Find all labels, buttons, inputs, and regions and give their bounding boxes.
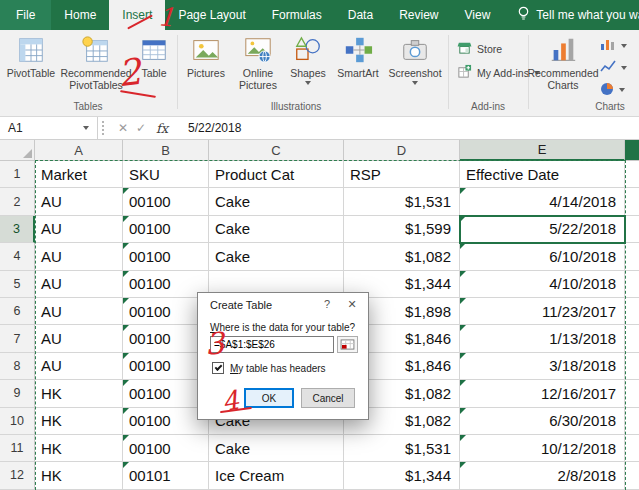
cell-e8[interactable]: 3/18/2018 bbox=[460, 353, 625, 380]
cell-c11[interactable]: Cake bbox=[209, 435, 344, 462]
headers-checkbox[interactable] bbox=[212, 362, 224, 374]
cell-e1[interactable]: Effective Date bbox=[460, 161, 625, 188]
row-header[interactable]: 6 bbox=[0, 298, 35, 325]
cell-f8[interactable] bbox=[625, 353, 639, 380]
insert-function-button[interactable]: fx bbox=[150, 121, 174, 136]
dialog-help-icon[interactable]: ? bbox=[320, 298, 334, 310]
cell-f1[interactable] bbox=[625, 161, 639, 188]
cell-b4[interactable]: 00100 bbox=[123, 243, 209, 270]
cell-a6[interactable]: AU bbox=[35, 298, 123, 325]
store-button[interactable]: Store bbox=[457, 40, 502, 57]
cell-b2[interactable]: 00100 bbox=[123, 188, 209, 215]
name-box[interactable]: A1 bbox=[0, 117, 98, 140]
row-header[interactable]: 11 bbox=[0, 435, 35, 462]
cell-a1[interactable]: Market bbox=[35, 161, 123, 188]
row-header[interactable]: 4 bbox=[0, 243, 35, 270]
row-header[interactable]: 10 bbox=[0, 408, 35, 435]
row-header[interactable]: 7 bbox=[0, 325, 35, 352]
cell-a2[interactable]: AU bbox=[35, 188, 123, 215]
cell-a12[interactable]: HK bbox=[35, 462, 123, 489]
column-header-d[interactable]: D bbox=[344, 140, 460, 161]
range-picker-button[interactable] bbox=[337, 336, 358, 353]
column-header-e[interactable]: E bbox=[460, 140, 625, 161]
tab-page-layout[interactable]: Page Layout bbox=[165, 0, 258, 30]
cell-c1[interactable]: Product Cat bbox=[209, 161, 344, 188]
insert-column-chart-button[interactable] bbox=[600, 38, 627, 53]
cell-e2[interactable]: 4/14/2018 bbox=[460, 188, 625, 215]
cell-c2[interactable]: Cake bbox=[209, 188, 344, 215]
cell-c4[interactable]: Cake bbox=[209, 243, 344, 270]
formula-bar-value[interactable]: 5/22/2018 bbox=[188, 121, 241, 135]
cell-f12[interactable] bbox=[625, 462, 639, 489]
cell-a7[interactable]: AU bbox=[35, 325, 123, 352]
row-header[interactable]: 9 bbox=[0, 380, 35, 407]
cell-f9[interactable] bbox=[625, 380, 639, 407]
cancel-entry-button[interactable]: ✕ bbox=[114, 121, 132, 135]
select-all-corner[interactable] bbox=[0, 140, 35, 161]
cell-f4[interactable] bbox=[625, 243, 639, 270]
tell-me-box[interactable]: Tell me what you want to do bbox=[517, 0, 639, 30]
cell-e11[interactable]: 10/12/2018 bbox=[460, 435, 625, 462]
smartart-button[interactable]: SmartArt bbox=[331, 33, 385, 99]
insert-pie-chart-button[interactable] bbox=[600, 82, 625, 98]
cell-f11[interactable] bbox=[625, 435, 639, 462]
dialog-close-icon[interactable]: ✕ bbox=[344, 298, 360, 311]
cell-b1[interactable]: SKU bbox=[123, 161, 209, 188]
row-header[interactable]: 5 bbox=[0, 271, 35, 298]
table-button[interactable]: Table bbox=[134, 33, 174, 99]
cell-c3[interactable]: Cake bbox=[209, 216, 344, 243]
dialog-title-bar[interactable]: Create Table ? ✕ bbox=[198, 293, 368, 317]
insert-line-chart-button[interactable] bbox=[600, 60, 627, 75]
pictures-button[interactable]: Pictures bbox=[181, 33, 231, 99]
cell-b12[interactable]: 00101 bbox=[123, 462, 209, 489]
cell-f5[interactable] bbox=[625, 271, 639, 298]
cell-d4[interactable]: $1,082 bbox=[344, 243, 460, 270]
cancel-button[interactable]: Cancel bbox=[301, 388, 355, 408]
row-header[interactable]: 1 bbox=[0, 161, 35, 188]
cell-a5[interactable]: AU bbox=[35, 271, 123, 298]
cell-f3[interactable] bbox=[625, 216, 639, 243]
cell-e9[interactable]: 12/16/2017 bbox=[460, 380, 625, 407]
cell-f6[interactable] bbox=[625, 298, 639, 325]
screenshot-button[interactable]: Screenshot bbox=[385, 33, 445, 99]
cell-d11[interactable]: $1,531 bbox=[344, 435, 460, 462]
cell-e10[interactable]: 6/30/2018 bbox=[460, 408, 625, 435]
tab-home[interactable]: Home bbox=[51, 0, 109, 30]
tab-data[interactable]: Data bbox=[335, 0, 386, 30]
tab-file[interactable]: File bbox=[0, 0, 51, 30]
pivottable-button[interactable]: PivotTable bbox=[4, 33, 58, 99]
ok-button[interactable]: OK bbox=[244, 388, 294, 408]
cell-c12[interactable]: Ice Cream bbox=[209, 462, 344, 489]
tab-insert[interactable]: Insert bbox=[109, 0, 165, 30]
cell-b3[interactable]: 00100 bbox=[123, 216, 209, 243]
recommended-charts-button[interactable]: Recommended Charts bbox=[531, 33, 595, 99]
row-header[interactable]: 2 bbox=[0, 188, 35, 215]
shapes-button[interactable]: Shapes bbox=[285, 33, 331, 99]
cell-e3-active[interactable]: 5/22/2018 bbox=[460, 216, 625, 243]
cell-e7[interactable]: 1/13/2018 bbox=[460, 325, 625, 352]
row-header[interactable]: 3 bbox=[0, 216, 35, 243]
cell-a4[interactable]: AU bbox=[35, 243, 123, 270]
cell-e6[interactable]: 11/23/2017 bbox=[460, 298, 625, 325]
cell-e12[interactable]: 2/8/2018 bbox=[460, 462, 625, 489]
column-header-b[interactable]: B bbox=[123, 140, 209, 161]
formula-bar-handle[interactable] bbox=[102, 121, 108, 135]
enter-entry-button[interactable]: ✓ bbox=[132, 121, 150, 135]
cell-b11[interactable]: 00100 bbox=[123, 435, 209, 462]
cell-d1[interactable]: RSP bbox=[344, 161, 460, 188]
cell-a8[interactable]: AU bbox=[35, 353, 123, 380]
column-header-c[interactable]: C bbox=[209, 140, 344, 161]
column-header-a[interactable]: A bbox=[35, 140, 123, 161]
cell-f2[interactable] bbox=[625, 188, 639, 215]
cell-e5[interactable]: 4/10/2018 bbox=[460, 271, 625, 298]
cell-e4[interactable]: 6/10/2018 bbox=[460, 243, 625, 270]
online-pictures-button[interactable]: Online Pictures bbox=[231, 33, 285, 99]
cell-a10[interactable]: HK bbox=[35, 408, 123, 435]
cell-a3[interactable]: AU bbox=[35, 216, 123, 243]
cell-a9[interactable]: HK bbox=[35, 380, 123, 407]
cell-d3[interactable]: $1,599 bbox=[344, 216, 460, 243]
cell-a11[interactable]: HK bbox=[35, 435, 123, 462]
cell-d12[interactable]: $1,344 bbox=[344, 462, 460, 489]
cell-f7[interactable] bbox=[625, 325, 639, 352]
tab-formulas[interactable]: Formulas bbox=[259, 0, 335, 30]
